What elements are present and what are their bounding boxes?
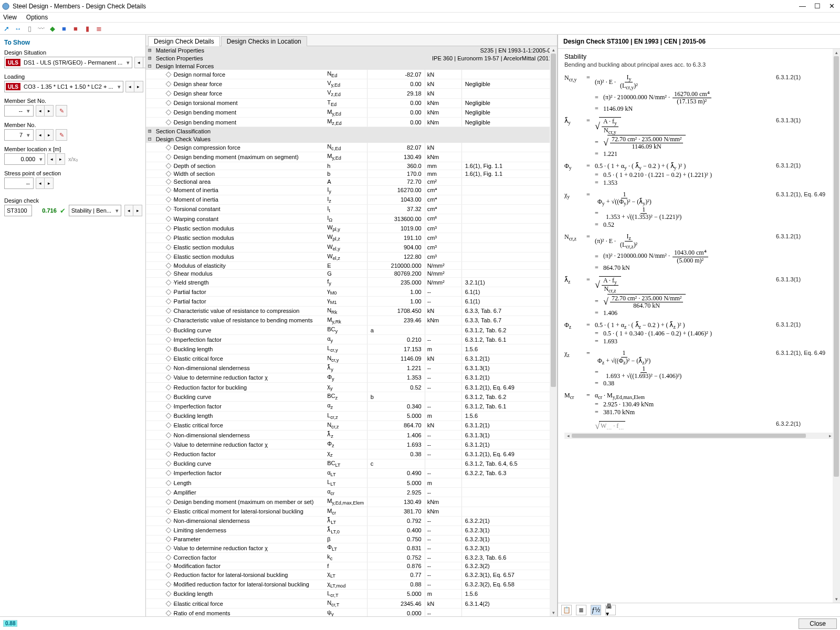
minimize-button[interactable]: — [799,2,806,10]
member-set-combo[interactable]: --▾ [4,105,34,117]
main-toolbar: ➚↔▯〰◆■■▮≣ [0,22,840,35]
prev-button[interactable]: ◂ [36,177,45,189]
vertical-scrollbar[interactable]: ▴ ▾ [550,46,557,616]
dimension-icon[interactable]: ↔ [14,24,22,33]
member-location-combo[interactable]: 0.000▾ [4,153,45,165]
pick-icon[interactable]: ✎ [56,129,67,141]
design-situation-combo[interactable]: ULS DS1 - ULS (STR/GEO) - Permanent ... … [4,57,132,68]
member-no-label: Member No. [4,120,142,129]
chevron-down-icon: ▾ [116,83,123,90]
value-row: Shear modulusG80769.200N/mm² [146,270,557,278]
value-row: Reduction factor for lateral-torsional b… [146,570,557,580]
value-row: Non-dimensional slendernessλ̄y1.221--6.3… [146,363,557,373]
close-window-button[interactable]: ✕ [829,2,835,10]
tab-design-checks-in-location[interactable]: Design Checks in Location [221,36,307,46]
value-row: Design bending momentMz,Ed0.00kNmNegligi… [146,117,557,127]
horizontal-scrollbar[interactable]: ◂▸ [564,433,834,439]
pick-icon[interactable]: ✎ [56,105,67,117]
value-row: Width of sectionb170.0mm1.6(1), Fig. 1.1 [146,170,557,177]
layers-icon[interactable]: ≣ [94,24,103,33]
category-row[interactable]: ⊞Section PropertiesIPE 360 | Euronorm 19… [146,54,557,62]
category-row[interactable]: ⊟Design Check Values [146,135,557,143]
member-no-combo[interactable]: 7▾ [4,129,34,141]
prev-button[interactable]: ◂ [125,81,134,92]
value-row: Elastic critical forceNcr,T2345.46kN6.3.… [146,599,557,608]
value-row: Value to determine reduction factor χΦz1… [146,440,557,449]
close-button[interactable]: Close [799,618,837,629]
category-row[interactable]: ⊟Design Internal Forces [146,62,557,70]
menubar: View Options [0,13,840,22]
details-panel: Design Check Details Design Checks in Lo… [146,35,558,616]
design-check-desc-combo[interactable]: Stability | Ben...▾ [69,205,121,216]
chart-bars-icon[interactable]: ▯ [25,24,34,33]
status-bar: 0.88 Close [0,616,840,630]
formula-view-icon[interactable]: ƒ½ [591,605,601,615]
loading-combo[interactable]: ULS CO3 - 1.35 * LC1 + 1.50 * LC2 + ... … [4,81,123,92]
chevron-down-icon: ▾ [113,207,121,214]
copy-icon[interactable]: 📋 [561,605,572,615]
value-row: Imperfection factorαy0.210--6.3.1.2, Tab… [146,335,557,344]
next-button[interactable]: ▸ [133,205,142,216]


stress-point-combo[interactable]: -- [4,177,34,189]
value-row: Design shear forceVy,Ed0.00kNNegligible [146,79,557,89]
value-row: Modulus of elasticityE210000.000N/mm² [146,262,557,270]
design-check-code[interactable]: ST3100 [4,205,32,216]
value-row: Non-dimensional slendernessλ̄z1.406--6.3… [146,430,557,440]
value-row: Imperfection factorαLT0.490--6.3.2.2, Ta… [146,468,557,478]
prev-button[interactable]: ◂ [134,57,143,68]
to-show-header: To Show [4,37,142,47]
print-icon[interactable]: 🖶 ▾ [605,605,616,615]
next-button[interactable]: ▸ [134,81,143,92]
arrow-cursor-icon[interactable]: ➚ [2,24,10,33]
prev-button[interactable]: ◂ [47,153,56,165]
category-row[interactable]: ⊞Material PropertiesS235 | EN 1993-1-1:2… [146,46,557,54]
value-row: Buckling lengthLcr,y17.153m1.5.6 [146,344,557,354]
value-row: Buckling lengthLcr,z5.000m1.5.6 [146,411,557,421]
menu-view[interactable]: View [3,14,17,21]
value-row: Ratio of end momentsψy0.000-- [146,608,557,616]
svg-point-0 [3,3,9,9]
app-icon [2,3,9,10]
maximize-button[interactable]: ☐ [814,2,821,10]
stability-note: Bending and buckling about principal axe… [564,61,834,68]
next-button[interactable]: ▸ [45,177,54,189]
blue-section-icon[interactable]: ■ [60,24,68,33]
value-row: Design shear forceVz,Ed29.18kN [146,89,557,98]
value-row: Buckling curveBCya6.3.1.2, Tab. 6.2 [146,325,557,334]
value-row: Buckling curveBCzb6.3.1.2, Tab. 6.2 [146,392,557,402]
value-row: Modified reduction factor for lateral-to… [146,580,557,589]
next-button[interactable]: ▸ [45,105,54,117]
stress-point-label: Stress point of section [4,168,142,177]
red-section-icon[interactable]: ■ [71,24,80,33]
prev-button[interactable]: ◂ [36,129,45,141]
window-title: Steel Design - Members - Design Check De… [13,3,146,10]
design-check-table: ⊞Material PropertiesS235 | EN 1993-1-1:2… [146,46,557,616]
menu-options[interactable]: Options [26,14,48,21]
member-location-label: Member location x [m] [4,144,142,153]
uls-badge: ULS [6,83,20,90]
value-row: Moment of inertiaIy16270.00cm⁴ [146,185,557,195]
green-cube-icon[interactable]: ◆ [48,24,57,33]
category-row[interactable]: ⊞Section Classification [146,127,557,135]
value-row: Partial factorγM01.00--6.1(1) [146,287,557,297]
tab-design-check-details[interactable]: Design Check Details [148,36,220,46]
prev-button[interactable]: ◂ [36,105,45,117]
value-row: Sectional areaA72.70cm² [146,177,557,185]
prev-button[interactable]: ◂ [124,205,133,216]
value-row: Limiting slendernessλ̄LT,00.400--6.3.2.3… [146,526,557,535]
next-button[interactable]: ▸ [45,129,54,141]
vertical-scrollbar[interactable]: ▴▾ [833,49,840,603]
design-situation-label: Design Situation [4,47,142,57]
formula-scroll[interactable]: Stability Bending and buckling about pri… [558,49,840,603]
value-row: LengthLLT5.000m [146,478,557,487]
value-row: Modification factorf0.876--6.3.2.3(2) [146,562,557,570]
formula-toolbar: 📋 ≣ ƒ½ 🖶 ▾ [558,603,840,616]
check-ok-icon: ✔ [60,207,66,215]
list-icon[interactable]: ≣ [576,605,586,615]
value-row: Partial factorγM11.00--6.1(1) [146,297,557,306]
next-button[interactable]: ▸ [56,153,65,165]
diagram-icon[interactable]: ▮ [83,24,91,33]
chart-line-icon[interactable]: 〰 [37,24,45,33]
value-row: Warping constantIΩ313600.00cm⁶ [146,214,557,224]
stability-heading: Stability [564,53,834,60]
